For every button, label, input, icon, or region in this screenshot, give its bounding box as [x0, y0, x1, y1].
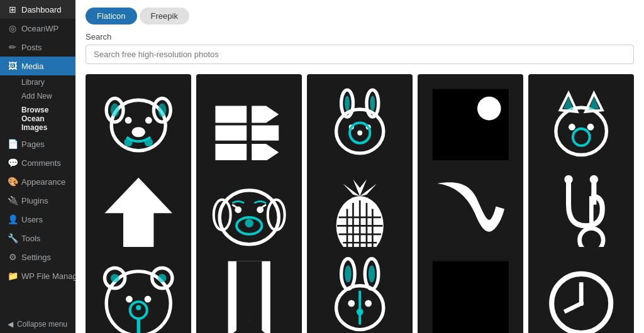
sidebar-sub-library[interactable]: Library: [0, 75, 75, 89]
dashboard-icon: ⊞: [8, 4, 18, 14]
tab-flaticon[interactable]: Flaticon: [86, 8, 137, 25]
sidebar-item-plugins[interactable]: 🔌 Plugins: [0, 191, 75, 210]
media-icon: 🖼: [8, 61, 18, 71]
grid-item-black-rect[interactable]: [418, 247, 523, 333]
svg-point-49: [245, 219, 253, 227]
svg-point-7: [124, 138, 132, 146]
svg-rect-15: [247, 97, 252, 165]
svg-point-83: [348, 300, 355, 307]
svg-point-74: [111, 274, 119, 282]
sidebar-item-oceanwp[interactable]: ◎ OceanWP: [0, 19, 75, 38]
oceanwp-icon: ◎: [8, 23, 18, 33]
sidebar-item-appearance[interactable]: 🎨 Appearance: [0, 172, 75, 191]
collapse-icon: ◀: [8, 320, 13, 329]
svg-point-64: [589, 175, 597, 183]
search-section: Search: [75, 25, 644, 69]
svg-point-6: [131, 127, 145, 137]
svg-point-33: [569, 124, 575, 131]
users-icon: 👤: [8, 214, 18, 224]
sidebar-item-dashboard[interactable]: ⊞ Dashboard: [0, 0, 75, 19]
tools-icon: 🔧: [8, 233, 18, 243]
svg-point-24: [345, 96, 350, 111]
image-grid: [75, 69, 644, 333]
svg-point-86: [357, 308, 364, 315]
sidebar-sub-add-new[interactable]: Add New: [0, 89, 75, 103]
svg-point-34: [587, 124, 594, 131]
appearance-icon: 🎨: [8, 177, 18, 187]
svg-point-4: [125, 117, 131, 124]
svg-point-87: [345, 266, 352, 283]
svg-point-23: [357, 130, 362, 135]
svg-point-10: [158, 103, 166, 117]
svg-rect-16: [318, 85, 402, 169]
settings-icon: ⚙: [8, 252, 18, 262]
svg-point-63: [564, 175, 572, 183]
search-input[interactable]: [86, 45, 634, 64]
tab-freepik[interactable]: Freepik: [140, 8, 189, 25]
comments-icon: 💬: [8, 158, 18, 168]
svg-point-95: [579, 301, 584, 306]
svg-point-75: [158, 274, 166, 282]
svg-rect-90: [433, 261, 509, 333]
sidebar-item-settings[interactable]: ⚙ Settings: [0, 248, 75, 266]
search-label: Search: [86, 32, 634, 41]
svg-point-9: [111, 103, 119, 117]
grid-item-bookmark[interactable]: [196, 247, 302, 333]
wpfm-icon: 📁: [8, 271, 18, 281]
svg-point-5: [145, 117, 152, 124]
sidebar-item-tools[interactable]: 🔧 Tools: [0, 229, 75, 248]
svg-point-71: [126, 296, 133, 303]
svg-point-8: [144, 138, 152, 146]
sidebar-item-users[interactable]: 👤 Users: [0, 210, 75, 229]
sidebar: ⊞ Dashboard ◎ OceanWP ✏ Posts 🖼 Media Li…: [0, 0, 75, 333]
sidebar-item-posts[interactable]: ✏ Posts: [0, 38, 75, 57]
svg-point-25: [370, 96, 375, 111]
collapse-menu-button[interactable]: ◀ Collapse menu: [0, 315, 75, 333]
posts-icon: ✏: [8, 42, 18, 52]
sidebar-sub-browse[interactable]: Browse Ocean Images: [0, 103, 75, 134]
sidebar-item-comments[interactable]: 💬 Comments: [0, 153, 75, 172]
tab-bar: Flaticon Freepik: [75, 0, 644, 25]
sidebar-item-pages[interactable]: 📄 Pages: [0, 134, 75, 153]
svg-point-84: [365, 300, 372, 307]
grid-item-clock[interactable]: [528, 247, 634, 333]
grid-item-rabbit-front[interactable]: [307, 247, 413, 333]
pages-icon: 📄: [8, 139, 18, 149]
svg-point-88: [368, 266, 375, 283]
svg-point-28: [477, 97, 501, 121]
plugins-icon: 🔌: [8, 195, 18, 205]
svg-point-76: [136, 305, 141, 310]
grid-item-bear-circle[interactable]: [86, 247, 191, 333]
sidebar-item-media[interactable]: 🖼 Media: [0, 57, 75, 75]
main-content: Flaticon Freepik Search: [75, 0, 644, 333]
sidebar-item-wpfm[interactable]: 📁 WP File Manager: [0, 266, 75, 285]
svg-point-72: [144, 296, 151, 303]
